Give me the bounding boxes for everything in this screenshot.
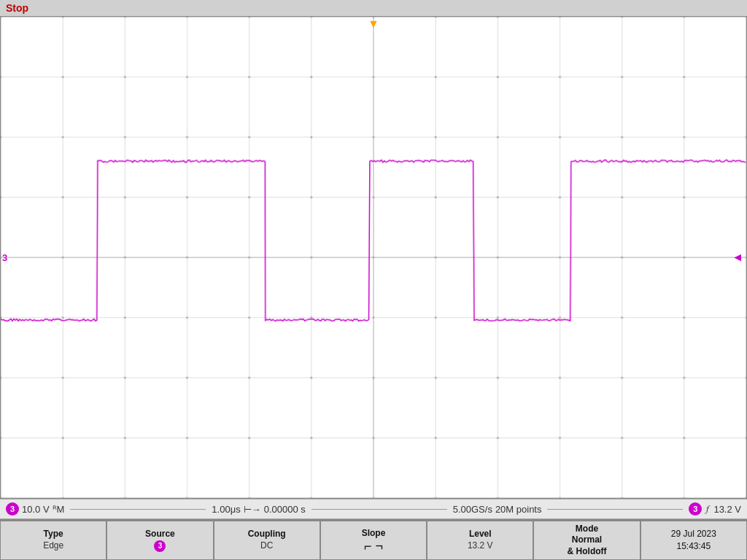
controls-bar: Type Edge Source 3 Coupling DC Slope ⌐ ¬… [0,519,747,560]
sample-points-block: 20M points [495,504,542,515]
trig-ch-badge: 3 [689,502,702,516]
source-ch-badge: 3 [154,540,166,552]
datetime-text: 29 Jul 2023 15:43:45 [671,528,716,553]
right-marker: ◄ [732,251,743,264]
slope-label: Slope [362,528,386,540]
type-button[interactable]: Type Edge [0,521,107,560]
sample-block: 5.00GS/s [453,504,492,515]
trigger-marker: ▼ [368,18,379,30]
measurement-bar: 3 10.0 V ᴿM 1.00μs ⊢→ 0.00000 s 5.00GS/s… [0,499,747,519]
coupling-value: DC [260,540,273,552]
level-value: 13.2 V [468,540,493,552]
ch-badge: 3 [6,502,19,516]
time-offset-label: ⊢→ [244,504,261,515]
coupling-button[interactable]: Coupling DC [214,521,320,560]
source-label: Source [145,529,175,540]
type-value: Edge [43,540,63,552]
coupling-symbol: ᴿM [53,504,65,515]
type-label: Type [44,529,63,540]
separator-2 [311,509,447,510]
datetime-block: 29 Jul 2023 15:43:45 [640,521,747,560]
source-button[interactable]: Source 3 [107,521,213,560]
ch-volts-block: 3 10.0 V ᴿM [6,502,64,516]
level-label: Level [469,529,492,540]
time-offset: 0.00000 s [264,504,306,515]
status-bar: Stop [0,0,747,16]
display-area: ▼ 3 ◄ [0,16,747,499]
slope-button[interactable]: Slope ⌐ ¬ [320,521,427,560]
stop-label: Stop [6,2,28,14]
slope-icon: ⌐ ¬ [364,540,383,553]
sample-points: 20M points [495,504,542,515]
ch3-label: 3 [2,252,7,263]
time-div: 1.00μs [212,504,240,515]
coupling-label: Coupling [248,529,286,540]
wave-canvas [1,17,746,498]
sample-rate: 5.00GS/s [453,504,492,515]
separator-3 [547,509,683,510]
oscilloscope: Stop ▼ 3 ◄ 3 10.0 V ᴿM 1.00μs ⊢→ 0.00000… [0,0,747,560]
mode-button[interactable]: Mode Normal & Holdoff [533,521,640,560]
time-offset-block: ⊢→ 0.00000 s [244,504,306,515]
volts-div: 10.0 V [22,504,50,515]
level-button[interactable]: Level 13.2 V [427,521,533,560]
trig-slope: 𝑓 [706,503,709,515]
trig-level: 13.2 V [713,504,741,515]
mode-label: Mode Normal & Holdoff [568,524,607,558]
source-value: 3 [154,540,166,552]
time-block: 1.00μs [212,504,240,515]
trig-block: 3 𝑓 13.2 V [689,502,741,516]
separator-1 [70,509,206,510]
